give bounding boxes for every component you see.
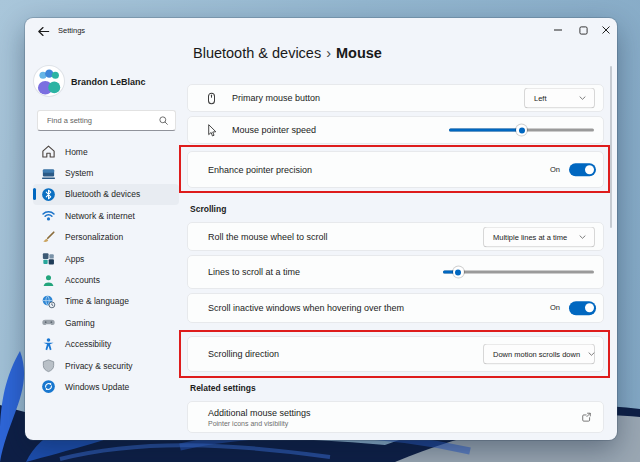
sidebar-item-accounts[interactable]: Accounts: [33, 269, 179, 290]
search-input[interactable]: [45, 111, 157, 130]
page-title: Mouse: [336, 45, 382, 61]
enhance-precision-toggle[interactable]: [569, 163, 596, 177]
sidebar: Brandon LeBlanc Home System: [25, 44, 187, 440]
minimize-button[interactable]: [548, 21, 568, 39]
slider-track[interactable]: [443, 271, 594, 274]
scrolling-direction-dropdown[interactable]: Down motion scrolls down: [483, 344, 595, 365]
breadcrumb: Bluetooth & devices›Mouse: [193, 45, 382, 61]
sidebar-item-home[interactable]: Home: [33, 141, 179, 162]
section-scrolling: Scrolling: [190, 204, 226, 214]
sidebar-item-privacy-security[interactable]: Privacy & security: [33, 355, 179, 376]
system-icon: [41, 166, 56, 181]
back-button[interactable]: [36, 24, 51, 39]
sidebar-item-apps[interactable]: Apps: [33, 248, 179, 269]
active-indicator: [33, 188, 36, 200]
row-sublabel: Pointer icons and visibility: [208, 420, 311, 427]
settings-window: Settings Brandon LeBla: [25, 18, 617, 440]
user-name: Brandon LeBlanc: [71, 77, 146, 87]
chevron-down-icon: [578, 232, 587, 241]
row-additional-mouse-settings[interactable]: Additional mouse settings Pointer icons …: [187, 401, 604, 433]
scrollbar[interactable]: [610, 66, 612, 228]
maximize-button[interactable]: [573, 21, 593, 39]
row-mouse-pointer-speed: Mouse pointer speed: [187, 116, 604, 144]
mouse-icon: [204, 91, 219, 106]
titlebar: Settings: [25, 18, 617, 44]
pointer-speed-slider[interactable]: [449, 125, 594, 136]
bluetooth-icon: [41, 187, 56, 202]
cursor-icon: [204, 123, 219, 138]
row-enhance-pointer-precision: Enhance pointer precision On: [187, 151, 604, 188]
sidebar-item-accessibility[interactable]: Accessibility: [33, 334, 179, 355]
close-button[interactable]: [596, 21, 616, 39]
section-related-settings: Related settings: [190, 383, 256, 393]
breadcrumb-separator: ›: [326, 45, 331, 61]
row-wheel-scroll: Roll the mouse wheel to scroll Multiple …: [187, 222, 604, 251]
row-scrolling-direction: Scrolling direction Down motion scrolls …: [187, 336, 604, 372]
row-scroll-inactive-windows: Scroll inactive windows when hovering ov…: [187, 293, 604, 323]
slider-fill: [449, 129, 522, 132]
sidebar-item-system[interactable]: System: [33, 162, 179, 183]
row-lines-to-scroll: Lines to scroll at a time: [187, 255, 604, 289]
toggle-knob: [585, 165, 594, 174]
sidebar-item-windows-update[interactable]: Windows Update: [33, 376, 179, 397]
row-primary-mouse-button: Primary mouse button Left: [187, 84, 604, 112]
wifi-icon: [41, 208, 56, 223]
sidebar-item-time-language[interactable]: Time & language: [33, 291, 179, 312]
search-icon: [158, 115, 169, 126]
search-box[interactable]: [37, 110, 176, 131]
brush-icon: [41, 230, 56, 245]
wheel-scroll-dropdown[interactable]: Multiple lines at a time: [483, 226, 595, 247]
toggle-state-label: On: [550, 165, 560, 174]
globe-clock-icon: [41, 294, 56, 309]
breadcrumb-root[interactable]: Bluetooth & devices: [193, 45, 321, 61]
sidebar-nav: Home System Bluetooth & devices Network …: [25, 141, 187, 398]
accessibility-icon: [41, 337, 56, 352]
toggle-state-label: On: [550, 304, 560, 313]
scroll-inactive-toggle[interactable]: [569, 301, 596, 315]
desktop: Settings Brandon LeBla: [0, 0, 640, 462]
chevron-down-icon: [587, 350, 596, 359]
sidebar-item-bluetooth-devices[interactable]: Bluetooth & devices: [33, 184, 179, 205]
gamepad-icon: [41, 315, 56, 330]
sidebar-item-gaming[interactable]: Gaming: [33, 312, 179, 333]
person-icon: [41, 273, 56, 288]
window-title: Settings: [58, 26, 85, 35]
update-icon: [41, 379, 56, 394]
external-link-icon: [581, 412, 592, 423]
lines-to-scroll-slider[interactable]: [443, 267, 594, 278]
apps-icon: [41, 251, 56, 266]
sidebar-item-network-internet[interactable]: Network & internet: [33, 205, 179, 226]
toggle-knob: [585, 303, 594, 312]
primary-button-dropdown[interactable]: Left: [524, 88, 595, 109]
slider-thumb[interactable]: [453, 267, 464, 278]
chevron-down-icon: [578, 94, 587, 103]
home-icon: [41, 144, 56, 159]
sidebar-item-personalization[interactable]: Personalization: [33, 227, 179, 248]
slider-thumb[interactable]: [516, 125, 527, 136]
shield-icon: [41, 358, 56, 373]
avatar[interactable]: [34, 66, 64, 96]
